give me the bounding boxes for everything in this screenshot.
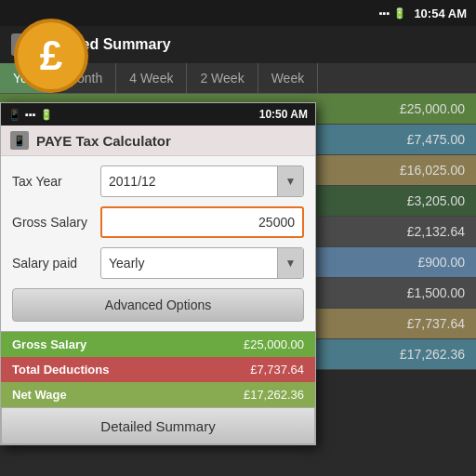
tax-year-value: 2011/12 xyxy=(101,174,277,189)
tab-week[interactable]: Week xyxy=(258,63,319,93)
tax-year-dropdown-arrow[interactable]: ▼ xyxy=(277,165,303,197)
gross-summary-label: Gross Salary xyxy=(12,337,86,351)
battery-icon: 🔋 xyxy=(393,7,406,20)
salary-paid-row: Salary paid Yearly ▼ xyxy=(12,247,304,279)
net-summary-row: Net Wage £17,262.36 xyxy=(1,382,315,407)
tab-4week[interactable]: 4 Week xyxy=(116,63,187,93)
dialog-title-icon: 📱 xyxy=(10,131,29,150)
net-summary-value: £17,262.36 xyxy=(244,388,304,402)
signal-icon: ▪▪▪ xyxy=(379,7,390,19)
gross-salary-value: 25000 xyxy=(102,215,302,230)
advanced-options-button[interactable]: Advanced Options xyxy=(12,288,304,322)
salary-paid-control[interactable]: Yearly ▼ xyxy=(100,247,304,279)
dialog-title-bar: 📱 PAYE Tax Calculator xyxy=(1,126,315,156)
pound-logo: £ xyxy=(14,19,88,93)
dialog-time: 10:50 AM xyxy=(259,108,308,121)
paye-dialog: 📱 ▪▪▪ 🔋 10:50 AM 📱 PAYE Tax Calculator T… xyxy=(0,102,316,445)
tab-2week[interactable]: 2 Week xyxy=(187,63,258,93)
gross-salary-label: Gross Salary xyxy=(12,215,100,230)
net-summary-label: Net Wage xyxy=(12,388,67,402)
tax-year-row: Tax Year 2011/12 ▼ xyxy=(12,165,304,197)
dialog-title: PAYE Tax Calculator xyxy=(36,133,171,149)
salary-paid-dropdown-arrow[interactable]: ▼ xyxy=(277,247,303,279)
status-time: 10:54 AM xyxy=(414,7,467,20)
gross-salary-control[interactable]: 25000 xyxy=(100,206,304,238)
dialog-signal-icon: ▪▪▪ xyxy=(25,109,36,120)
salary-paid-value: Yearly xyxy=(101,256,277,271)
dialog-phone-icon: 📱 xyxy=(8,109,21,121)
dialog-battery-icon: 🔋 xyxy=(40,109,53,121)
tax-year-control[interactable]: 2011/12 ▼ xyxy=(100,165,304,197)
detailed-summary-button[interactable]: Detailed Summary xyxy=(1,407,315,444)
gross-summary-value: £25,000.00 xyxy=(244,337,304,351)
status-bar: ▪▪▪ 🔋 10:54 AM xyxy=(0,0,476,26)
dialog-body: Tax Year 2011/12 ▼ Gross Salary 25000 Sa… xyxy=(1,156,315,331)
gross-salary-row: Gross Salary 25000 xyxy=(12,206,304,238)
salary-paid-label: Salary paid xyxy=(12,256,100,271)
dialog-summary: Gross Salary £25,000.00 Total Deductions… xyxy=(1,331,315,407)
dialog-status-left: 📱 ▪▪▪ 🔋 xyxy=(8,109,53,121)
status-icons: ▪▪▪ 🔋 xyxy=(379,7,407,20)
deductions-summary-label: Total Deductions xyxy=(12,363,109,377)
deductions-summary-row: Total Deductions £7,737.64 xyxy=(1,357,315,382)
tax-year-label: Tax Year xyxy=(12,174,100,189)
deductions-summary-value: £7,737.64 xyxy=(250,363,304,377)
dialog-status-bar: 📱 ▪▪▪ 🔋 10:50 AM xyxy=(1,103,315,126)
gross-summary-row: Gross Salary £25,000.00 xyxy=(1,332,315,357)
